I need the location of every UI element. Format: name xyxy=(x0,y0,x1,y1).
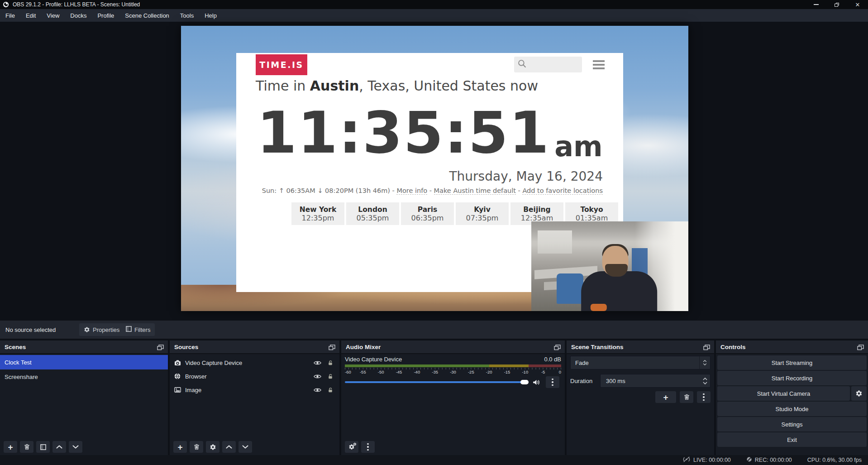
sun-info-line: Sun: ↑ 06:35AM ↓ 08:20PM (13h 46m) - Mor… xyxy=(262,187,603,194)
transition-select[interactable]: Fade xyxy=(570,356,711,369)
duration-spinbox[interactable]: 300 ms xyxy=(600,374,711,388)
add-transition-button[interactable]: + xyxy=(655,391,676,403)
lock-icon[interactable] xyxy=(328,360,333,366)
meter-scale: -60 -55 -50 -45 -40 -35 -30 -25 -20 -15 … xyxy=(345,369,561,375)
controls-dock-icon[interactable] xyxy=(857,344,864,350)
filters-icon xyxy=(126,326,132,333)
transition-select-arrows[interactable] xyxy=(699,356,710,369)
sources-title: Sources xyxy=(174,344,198,350)
preview-workspace: TIME.IS Time in Austin, Texas, United St… xyxy=(0,22,868,321)
mixer-level-db: 0.0 dB xyxy=(544,356,561,363)
menu-scene-collection[interactable]: Scene Collection xyxy=(119,9,175,22)
globe-icon xyxy=(174,373,185,379)
studio-mode-button[interactable]: Studio Mode xyxy=(717,402,867,416)
more-info-link[interactable]: More info xyxy=(396,187,427,195)
start-virtual-camera-button[interactable]: Start Virtual Camera xyxy=(717,386,850,401)
scenes-panel: Scenes Clock Test Screenshare + xyxy=(0,340,168,455)
add-scene-button[interactable]: + xyxy=(4,441,17,453)
filters-button[interactable]: Filters xyxy=(121,323,155,336)
filters-label: Filters xyxy=(134,326,150,333)
move-scene-down-button[interactable] xyxy=(69,441,82,453)
preview-canvas[interactable]: TIME.IS Time in Austin, Texas, United St… xyxy=(181,26,688,311)
mixer-menu-button[interactable] xyxy=(361,441,375,453)
menu-view[interactable]: View xyxy=(41,9,65,22)
source-item-video-capture[interactable]: Video Capture Device xyxy=(170,356,339,369)
minimize-button[interactable] xyxy=(806,0,826,9)
menu-edit[interactable]: Edit xyxy=(20,9,41,22)
scene-filters-button[interactable] xyxy=(36,441,50,453)
image-icon xyxy=(174,387,185,393)
exit-button[interactable]: Exit xyxy=(717,432,867,447)
record-inactive-icon xyxy=(746,456,752,464)
restore-button[interactable] xyxy=(826,0,847,9)
sources-panel: Sources Video Capture Device Browser Ima… xyxy=(170,340,339,455)
move-source-up-button[interactable] xyxy=(222,441,236,453)
advanced-audio-button[interactable] xyxy=(345,441,358,453)
close-button[interactable]: ✕ xyxy=(847,0,868,9)
speaker-mute-icon[interactable] xyxy=(533,379,540,385)
lock-icon[interactable] xyxy=(328,374,333,379)
heading-city: Austin xyxy=(310,78,359,94)
timeis-logo[interactable]: TIME.IS xyxy=(256,54,307,75)
visibility-eye-icon[interactable] xyxy=(314,388,321,393)
source-item-image[interactable]: Image xyxy=(170,383,339,397)
city-london[interactable]: London05:35pm xyxy=(346,202,399,225)
add-favorite-link[interactable]: Add to favorite locations xyxy=(522,187,603,195)
source-item-browser[interactable]: Browser xyxy=(170,369,339,383)
source-toolbar: No source selected Properties Filters xyxy=(0,321,868,339)
move-scene-up-button[interactable] xyxy=(52,441,66,453)
visibility-eye-icon[interactable] xyxy=(314,374,321,379)
volume-meter xyxy=(345,364,561,367)
webcam-video[interactable] xyxy=(531,221,688,311)
scene-item-clock-test[interactable]: Clock Test xyxy=(0,355,168,369)
heading-suffix: , Texas, United States now xyxy=(359,78,538,94)
menu-file[interactable]: File xyxy=(0,9,20,22)
search-icon xyxy=(518,59,526,70)
scene-transitions-title: Scene Transitions xyxy=(571,344,624,350)
transitions-dock-icon[interactable] xyxy=(703,344,711,350)
menu-docks[interactable]: Docks xyxy=(65,9,92,22)
menu-help[interactable]: Help xyxy=(199,9,222,22)
start-streaming-button[interactable]: Start Streaming xyxy=(717,355,867,370)
cpu-fps-text: CPU: 0.6%, 30.00 fps xyxy=(807,457,862,463)
search-input[interactable] xyxy=(514,57,582,72)
hamburger-menu-icon[interactable] xyxy=(593,60,605,69)
properties-button[interactable]: Properties xyxy=(79,323,124,336)
mixer-channel-menu-button[interactable] xyxy=(546,376,559,388)
city-new-york[interactable]: New York12:35pm xyxy=(291,202,344,225)
transition-menu-button[interactable] xyxy=(697,391,711,403)
remove-scene-button[interactable] xyxy=(20,441,33,453)
source-properties-gear-button[interactable] xyxy=(206,441,219,453)
duration-label: Duration xyxy=(570,378,600,384)
remove-transition-button[interactable] xyxy=(680,391,693,403)
status-bar: LIVE: 00:00:00 REC: 00:00:00 CPU: 0.6%, … xyxy=(0,455,868,465)
controls-panel: Controls Start Streaming Start Recording… xyxy=(716,340,868,455)
live-time-text: LIVE: 00:00:00 xyxy=(693,457,731,463)
start-recording-button[interactable]: Start Recording xyxy=(717,371,867,385)
duration-spin-arrows[interactable] xyxy=(703,374,707,387)
menu-profile[interactable]: Profile xyxy=(92,9,119,22)
lock-icon[interactable] xyxy=(328,387,333,393)
volume-slider[interactable] xyxy=(345,381,528,383)
clock-meridiem: am xyxy=(554,133,602,161)
visibility-eye-icon[interactable] xyxy=(314,360,321,365)
city-paris[interactable]: Paris06:35pm xyxy=(401,202,454,225)
make-default-link[interactable]: Make Austin time default xyxy=(434,187,516,195)
audio-mixer-dock-icon[interactable] xyxy=(554,344,561,350)
add-source-button[interactable]: + xyxy=(173,441,187,453)
move-source-down-button[interactable] xyxy=(238,441,252,453)
city-kyiv[interactable]: Kyiv07:35pm xyxy=(456,202,509,225)
scene-item-screenshare[interactable]: Screenshare xyxy=(0,369,168,384)
timeis-heading: Time in Austin, Texas, United States now xyxy=(256,78,538,94)
settings-button[interactable]: Settings xyxy=(717,417,867,431)
menu-tools[interactable]: Tools xyxy=(175,9,199,22)
virtual-camera-config-button[interactable] xyxy=(851,386,867,401)
volume-slider-handle[interactable] xyxy=(520,380,529,384)
scenes-dock-icon[interactable] xyxy=(157,344,164,350)
remove-source-button[interactable] xyxy=(190,441,203,453)
scene-transitions-panel: Scene Transitions Fade Duration 300 ms + xyxy=(567,340,714,455)
menu-bar: File Edit View Docks Profile Scene Colle… xyxy=(0,9,868,22)
sources-dock-icon[interactable] xyxy=(329,344,336,350)
sun-times: Sun: ↑ 06:35AM ↓ 08:20PM (13h 46m) - xyxy=(262,187,395,194)
clock-digits: 11:35:51 xyxy=(257,104,550,162)
